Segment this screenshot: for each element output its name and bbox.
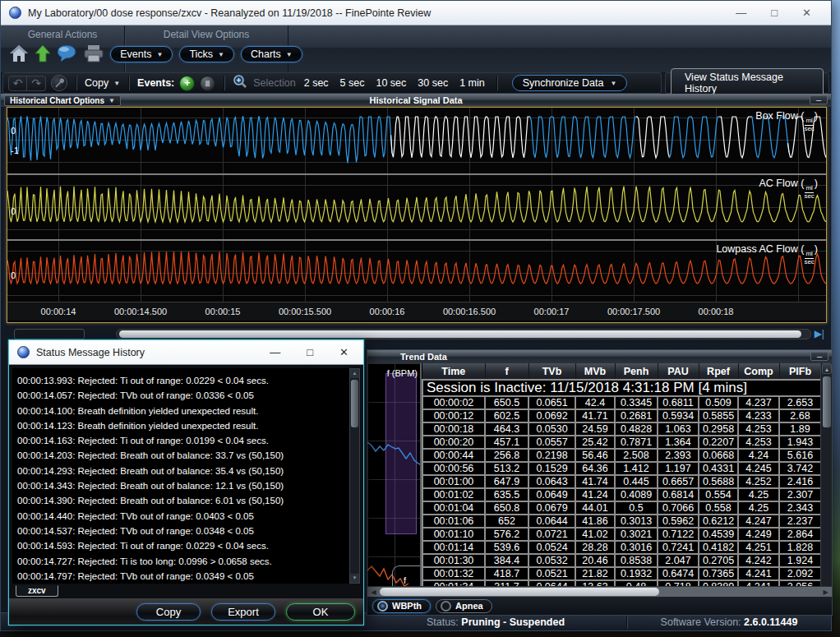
trend-cell[interactable]: 1.924 bbox=[779, 554, 821, 567]
trend-cell[interactable]: 1.943 bbox=[779, 436, 821, 449]
trend-horizontal-scrollbar[interactable]: ◀ ▶ bbox=[367, 586, 832, 597]
trend-cell[interactable]: 4.24 bbox=[738, 449, 779, 462]
trend-cell[interactable]: 0.5855 bbox=[699, 409, 738, 422]
status-message[interactable]: 00:00:14.123: Breath definition yielded … bbox=[17, 418, 349, 433]
trend-cell[interactable]: 464.3 bbox=[485, 422, 528, 436]
scroll-right-arrow-icon[interactable]: ▶ bbox=[820, 588, 831, 597]
trend-cell[interactable]: 0.6657 bbox=[658, 475, 699, 488]
trend-cell[interactable]: 0.0643 bbox=[528, 475, 575, 488]
trend-cell[interactable]: 0.0668 bbox=[699, 449, 738, 462]
column-header-tvb[interactable]: TVb bbox=[528, 363, 575, 380]
trend-cell[interactable]: 0.6212 bbox=[699, 515, 738, 528]
column-header-comp[interactable]: Comp bbox=[738, 363, 779, 380]
trend-cell[interactable]: 4.252 bbox=[738, 475, 779, 488]
trend-cell[interactable]: 00:00:02 bbox=[422, 396, 485, 409]
trend-cell[interactable]: 0.1932 bbox=[615, 567, 658, 580]
trend-cell[interactable]: 0.0524 bbox=[528, 541, 575, 554]
trend-cell[interactable]: 0.0521 bbox=[528, 567, 575, 580]
scroll-left-arrow-icon[interactable]: ◀ bbox=[368, 588, 379, 597]
synchronize-data-dropdown[interactable]: Synchronize Data ▼ bbox=[512, 75, 628, 91]
add-event-button[interactable]: + bbox=[179, 76, 195, 91]
dialog-scrollbar-thumb[interactable] bbox=[351, 380, 358, 427]
trend-cell[interactable]: 0.509 bbox=[699, 396, 738, 409]
trend-cell[interactable]: 24.59 bbox=[575, 422, 615, 436]
trend-cell[interactable]: 4.247 bbox=[738, 515, 779, 528]
dialog-minimize-button[interactable]: ― bbox=[270, 346, 280, 358]
close-button[interactable]: ✕ bbox=[802, 7, 811, 18]
copy-dropdown[interactable]: Copy bbox=[85, 77, 108, 89]
trend-cell[interactable]: 41.71 bbox=[575, 409, 615, 422]
status-message[interactable]: 00:00:14.293: Rejected: Breath out of ba… bbox=[17, 464, 349, 478]
trend-cell[interactable]: 2.68 bbox=[779, 409, 821, 422]
scroll-right-arrow-icon[interactable]: ▶| bbox=[815, 328, 824, 339]
trend-cell[interactable]: 0.8538 bbox=[615, 554, 658, 567]
redo-button[interactable]: ↷ bbox=[27, 76, 46, 91]
trend-cell[interactable]: 0.5962 bbox=[658, 515, 699, 528]
status-message[interactable]: 00:00:14.537: Rejected: TVb out of range… bbox=[17, 524, 349, 538]
trend-cell[interactable]: 418.7 bbox=[485, 567, 528, 580]
trend-cell[interactable]: 0.0557 bbox=[528, 436, 575, 449]
trend-cell[interactable]: 42.4 bbox=[575, 396, 615, 409]
trend-cell[interactable]: 4.251 bbox=[738, 541, 779, 554]
status-message[interactable]: 00:00:14.390: Rejected: Breath out of ba… bbox=[17, 493, 349, 508]
maximize-button[interactable]: □ bbox=[771, 7, 778, 18]
dropdown-events[interactable]: Events▼ bbox=[110, 46, 173, 62]
trend-cell[interactable]: 0.7241 bbox=[658, 541, 699, 554]
dialog-copy-button[interactable]: Copy bbox=[136, 603, 201, 621]
trend-cell[interactable]: 1.828 bbox=[779, 541, 821, 554]
trend-cell[interactable]: 0.2958 bbox=[699, 422, 738, 436]
trend-cell[interactable]: 2.092 bbox=[779, 567, 821, 580]
trend-cell[interactable]: 21.82 bbox=[575, 567, 615, 580]
trend-cell[interactable]: 00:01:32 bbox=[422, 567, 485, 580]
trend-cell[interactable]: 00:00:18 bbox=[422, 422, 485, 436]
trend-cell[interactable]: 0.5 bbox=[615, 501, 658, 515]
trend-cell[interactable]: 513.2 bbox=[485, 462, 528, 475]
trend-cell[interactable]: 3.742 bbox=[779, 462, 821, 475]
trend-cell[interactable]: 44.01 bbox=[575, 501, 615, 515]
trend-cell[interactable]: 4.249 bbox=[738, 528, 779, 541]
dialog-scrollbar[interactable]: ▲ ▼ bbox=[349, 368, 360, 584]
upload-icon[interactable] bbox=[35, 44, 51, 66]
trend-cell[interactable]: 0.558 bbox=[699, 501, 738, 515]
trend-cell[interactable]: 4.245 bbox=[738, 462, 779, 475]
trend-cell[interactable]: 0.4089 bbox=[615, 488, 658, 501]
column-header-pifb[interactable]: PIFb bbox=[779, 363, 821, 380]
trend-cell[interactable]: 2.343 bbox=[779, 501, 821, 515]
trend-cell[interactable]: 0.7365 bbox=[699, 567, 738, 580]
trend-cell[interactable]: 0.7122 bbox=[658, 528, 699, 541]
trend-cell[interactable]: 2.508 bbox=[615, 449, 658, 462]
column-header-pau[interactable]: PAU bbox=[658, 363, 699, 380]
trend-cell[interactable]: 00:00:20 bbox=[422, 436, 485, 449]
trend-cell[interactable]: 0.2207 bbox=[699, 436, 738, 449]
event-list-button[interactable] bbox=[200, 76, 215, 91]
signal-channel-box-flow[interactable]: Box Flow (mlsec)0-1 bbox=[7, 108, 826, 173]
trend-cell[interactable]: 4.241 bbox=[738, 567, 779, 580]
zoom-preset-1-min[interactable]: 1 min bbox=[459, 77, 485, 89]
minimize-button[interactable]: ― bbox=[736, 7, 746, 18]
trend-cell[interactable]: 0.2681 bbox=[615, 409, 658, 422]
dialog-close-button[interactable]: ✕ bbox=[339, 346, 348, 358]
trend-cell[interactable]: 0.3016 bbox=[615, 541, 658, 554]
status-message[interactable]: 00:00:14.797: Rejected: TVb out of range… bbox=[17, 569, 349, 584]
trend-cell[interactable]: 4.242 bbox=[738, 554, 779, 567]
trend-cell[interactable]: 00:00:44 bbox=[422, 449, 485, 462]
trend-cell[interactable]: 4.25 bbox=[738, 488, 779, 501]
status-message[interactable]: 00:00:14.163: Rejected: Ti out of range:… bbox=[17, 433, 349, 448]
trend-cell[interactable]: 0.5934 bbox=[658, 409, 699, 422]
trend-cell[interactable]: 2.237 bbox=[779, 515, 821, 528]
trend-cell[interactable]: 0.5688 bbox=[699, 475, 738, 488]
trend-cell[interactable]: 0.445 bbox=[615, 475, 658, 488]
trend-cell[interactable]: 0.4331 bbox=[699, 462, 738, 475]
trend-cell[interactable]: 56.46 bbox=[575, 449, 615, 462]
dropdown-ticks[interactable]: Ticks▼ bbox=[179, 46, 234, 62]
trend-cell[interactable]: 256.8 bbox=[485, 449, 528, 462]
trend-hscroll-thumb[interactable] bbox=[380, 588, 659, 596]
trend-cell[interactable]: 0.4539 bbox=[699, 528, 738, 541]
trend-vertical-scrollbar[interactable]: ▲ ▼ bbox=[820, 363, 832, 597]
trend-cell[interactable]: 384.4 bbox=[485, 554, 528, 567]
historical-chart-options-dropdown[interactable]: Historical Chart Options ▼ bbox=[4, 95, 121, 106]
trend-cell[interactable]: 41.02 bbox=[575, 528, 615, 541]
status-message-list[interactable]: 00:00:13.993: Rejected: Ti out of range:… bbox=[12, 368, 349, 584]
status-message[interactable]: 00:00:14.100: Breath definition yielded … bbox=[17, 404, 349, 418]
scroll-down-arrow-icon[interactable]: ▼ bbox=[350, 574, 359, 583]
